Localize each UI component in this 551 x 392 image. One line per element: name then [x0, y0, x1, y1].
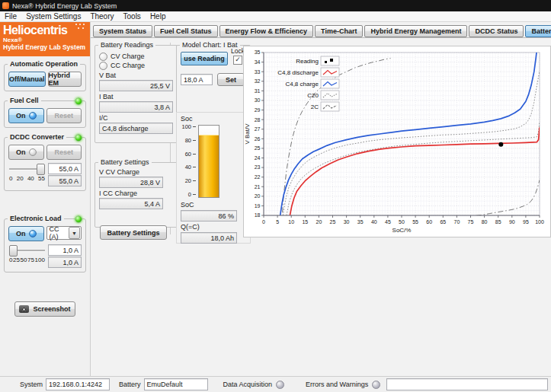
- dcdc-status-led: [75, 134, 82, 142]
- dcdc-on-label: On: [16, 148, 26, 156]
- svg-text:70: 70: [454, 219, 460, 225]
- screenshot-label: Screenshot: [33, 305, 70, 313]
- battery-label: Battery: [119, 381, 141, 388]
- dcdc-slider-ticks: 0204055: [8, 175, 46, 183]
- menu-file[interactable]: File: [0, 12, 21, 21]
- svg-text:5: 5: [276, 219, 279, 225]
- tab-time-chart[interactable]: Time-Chart: [315, 25, 363, 37]
- svg-text:SoC/%: SoC/%: [392, 227, 412, 234]
- lock-checkbox[interactable]: ✓: [233, 56, 242, 65]
- message-field[interactable]: [386, 378, 548, 390]
- dcdc-reset-button[interactable]: Reset: [46, 145, 82, 160]
- slider-tick-label: 20: [17, 175, 24, 183]
- svg-text:15: 15: [302, 219, 308, 225]
- data-acquisition-label: Data Acquisition: [223, 381, 273, 388]
- brand-system: Hybrid Energy Lab System: [3, 43, 87, 52]
- v-bat-label: V Bat: [99, 72, 173, 80]
- set-button[interactable]: Set: [217, 73, 245, 86]
- tab-fuel-cell-status[interactable]: Fuel Cell Status: [154, 25, 218, 37]
- tab-system-status[interactable]: System Status: [93, 25, 152, 37]
- soc-scale-label: 20: [185, 178, 196, 183]
- menu-theory[interactable]: Theory: [85, 12, 118, 21]
- v-cv-charge-readout: 28,8 V: [99, 177, 163, 188]
- battery-settings-button[interactable]: Battery Settings: [100, 225, 167, 240]
- electronic-load-group: Electronic Load On CC (A) ▼: [4, 218, 86, 272]
- battery-readings-group: Battery Readings CV Charge CC Charge V B…: [95, 45, 178, 143]
- tab-hybrid-energy-management[interactable]: Hybrid Energy Management: [364, 25, 467, 37]
- svg-text:0: 0: [262, 219, 265, 225]
- automatic-operation-title: Automatic Operation: [8, 60, 80, 68]
- dcdc-current-slider[interactable]: [8, 164, 46, 174]
- load-current-input[interactable]: 1,0 A: [48, 244, 82, 256]
- status-bar: System 192.168.0.1:4242 Battery EmuDefau…: [0, 376, 551, 392]
- q-label: Q(=C): [181, 223, 246, 231]
- svg-text:90: 90: [509, 219, 515, 225]
- cv-charge-radio[interactable]: [99, 53, 107, 61]
- load-current-slider[interactable]: [8, 245, 46, 255]
- menu-system-settings[interactable]: System Settings: [21, 12, 85, 21]
- svg-text:24: 24: [255, 155, 261, 161]
- dcdc-on-button[interactable]: On: [8, 145, 44, 160]
- svg-text:25: 25: [330, 219, 336, 225]
- soc-scale-label: 0: [188, 192, 196, 197]
- svg-text:80: 80: [482, 219, 488, 225]
- i-bat-label: I Bat: [99, 93, 173, 101]
- slider-handle[interactable]: [37, 164, 45, 175]
- power-orb-icon: [29, 112, 37, 120]
- soc-tank-gauge: [198, 125, 219, 198]
- fuel-cell-on-button[interactable]: On: [8, 108, 44, 123]
- tab-battery[interactable]: Battery: [525, 25, 551, 37]
- svg-text:95: 95: [523, 219, 529, 225]
- menu-tools[interactable]: Tools: [119, 12, 146, 21]
- slider-tick-label: 55: [38, 175, 45, 183]
- chevron-down-icon[interactable]: ▼: [69, 227, 80, 239]
- svg-text:85: 85: [495, 219, 501, 225]
- svg-text:35: 35: [357, 219, 364, 225]
- cc-charge-label: CC Charge: [111, 61, 145, 70]
- tab-bar: System StatusFuel Cell StatusEnergy Flow…: [91, 22, 551, 38]
- dcdc-current-input[interactable]: 55,0 A: [48, 163, 82, 174]
- electronic-load-status-led: [75, 215, 82, 223]
- tab-dcdc-status[interactable]: DCDC Status: [469, 25, 524, 37]
- model-current-input[interactable]: 18,0 A: [181, 74, 213, 85]
- cc-charge-radio[interactable]: [99, 62, 107, 70]
- svg-text:29: 29: [255, 107, 261, 113]
- fuel-cell-reset-button[interactable]: Reset: [46, 108, 82, 123]
- svg-text:65: 65: [440, 219, 446, 225]
- svg-text:40: 40: [371, 219, 377, 225]
- soc-tank-fill: [199, 135, 219, 197]
- menu-help[interactable]: Help: [146, 12, 171, 21]
- battery-readings-title: Battery Readings: [98, 41, 155, 49]
- app-icon: [2, 2, 9, 9]
- slider-handle[interactable]: [9, 245, 18, 257]
- load-on-label: On: [16, 230, 26, 237]
- soc-panel: Soc 100806040200 SoC 86 % Q(=C) 18,0 Ah: [176, 112, 251, 244]
- system-address-field[interactable]: 192.168.0.1:4242: [46, 378, 110, 390]
- errors-warnings-label: Errors and Warnings: [306, 381, 368, 388]
- hybrid-em-button[interactable]: Hybrid EM: [48, 72, 82, 87]
- soc-scale-label: 100: [181, 124, 196, 129]
- battery-profile-field[interactable]: EmuDefault: [144, 378, 208, 390]
- use-reading-button[interactable]: use Reading: [181, 52, 228, 65]
- off-manual-button[interactable]: Off/Manual: [8, 72, 46, 87]
- screenshot-button[interactable]: Screenshot: [14, 301, 75, 317]
- cv-charge-radio-row[interactable]: CV Charge: [99, 52, 173, 61]
- fuel-cell-group: Fuel Cell On Reset: [4, 100, 86, 128]
- svg-text:V Bat/V: V Bat/V: [244, 123, 251, 145]
- automatic-operation-group: Automatic Operation Off/Manual Hybrid EM: [4, 64, 86, 91]
- svg-text:100: 100: [535, 219, 544, 225]
- svg-text:21: 21: [255, 184, 261, 190]
- ic-readout: C4,8 discharge: [99, 123, 173, 134]
- dcdc-title: DCDC Converter: [8, 133, 66, 141]
- load-mode-dropdown[interactable]: CC (A) ▼: [46, 226, 82, 240]
- slider-tick-label: 0: [9, 175, 12, 183]
- cc-charge-radio-row[interactable]: CC Charge: [99, 61, 173, 70]
- soc-scale-label: 40: [185, 164, 196, 170]
- tab-energy-flow-efficiency[interactable]: Energy Flow & Efficiency: [219, 25, 314, 37]
- svg-text:22: 22: [255, 174, 261, 180]
- app-window: Nexa® Hybrid Energy Lab System FileSyste…: [0, 0, 551, 392]
- load-on-button[interactable]: On: [8, 226, 44, 241]
- model-chart-group: Model Chart: I Bat use Reading Lock ✓ 18…: [176, 45, 251, 116]
- svg-text:20: 20: [255, 193, 261, 199]
- svg-text:23: 23: [255, 164, 261, 170]
